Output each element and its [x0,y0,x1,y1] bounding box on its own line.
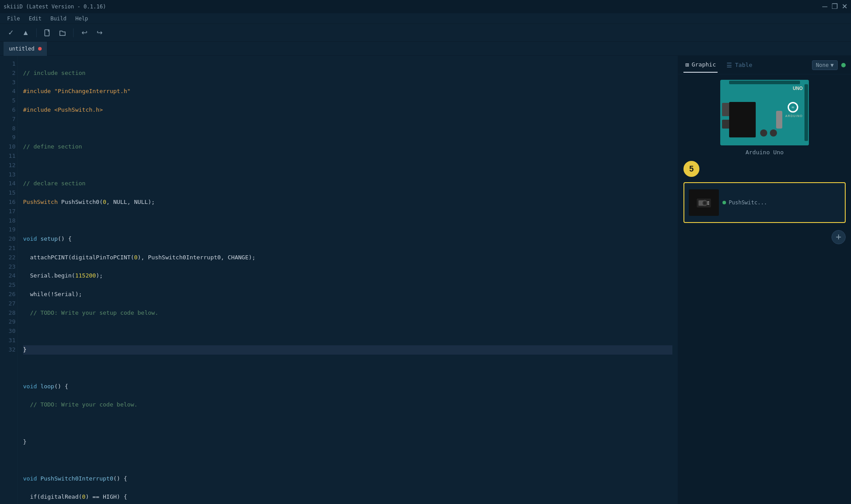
titlebar-controls: ─ ❐ ✕ [822,4,847,10]
arduino-board[interactable]: UNO ∞ ARDUINO [720,80,809,145]
code-content[interactable]: // include section #include "PinChangeIn… [18,56,678,504]
tab-graphic[interactable]: ⊞ Graphic [683,58,718,73]
verify-button[interactable]: ✓ [4,27,17,39]
board-crystal [776,111,782,129]
tab-modified-dot [38,47,42,51]
board-cap-1 [760,129,767,137]
graphic-icon: ⊞ [685,61,689,68]
component-thumbnail[interactable] [689,189,719,216]
svg-point-4 [703,202,706,204]
none-label: None [816,62,829,68]
component-info: PushSwitc... [722,199,767,206]
minimize-button[interactable]: ─ [822,4,828,10]
code-area: 12345 678910 1112131415 1617181920 21222… [0,56,678,504]
none-area: None ▼ [812,60,846,70]
title-bar: skiiiD (Latest Version - 0.1.16) ─ ❐ ✕ [0,0,851,13]
arduino-logo-area: ∞ [788,102,798,113]
right-panel: ⊞ Graphic ☰ Table None ▼ [678,56,851,504]
table-icon: ☰ [726,62,732,69]
graphic-label: Graphic [691,61,716,68]
tab-untitled[interactable]: untitled [4,42,47,56]
new-button[interactable] [41,27,54,39]
board-chip [729,102,756,137]
menu-edit[interactable]: Edit [25,15,45,23]
component-item: PushSwitc... [689,188,840,218]
toolbar-sep-2 [73,28,74,37]
redo-button[interactable]: ↪ [93,27,105,39]
board-label: Arduino Uno [746,149,784,156]
titlebar-left: skiiiD (Latest Version - 0.1.16) [4,4,106,10]
board-cap-2 [770,129,777,137]
maximize-button[interactable]: ❐ [831,4,838,10]
view-tabs: ⊞ Graphic ☰ Table [683,58,754,73]
add-button-area: + [678,227,851,248]
upload-button[interactable]: ▲ [20,27,32,39]
component-name: PushSwitc... [729,199,767,206]
chevron-down-icon: ▼ [831,62,834,68]
component-panel: PushSwitc... [683,182,846,223]
tab-name: untitled [9,46,35,52]
svg-rect-6 [707,203,709,203]
app-title: skiiiD (Latest Version - 0.1.16) [4,4,106,10]
toolbar: ✓ ▲ ↩ ↪ [0,24,851,42]
table-label: Table [735,62,752,68]
menu-file[interactable]: File [4,15,23,23]
tab-table[interactable]: ☰ Table [725,58,754,73]
step-number: 5 [689,164,694,174]
menu-bar: File Edit Build Help [0,13,851,24]
code-editor[interactable]: 12345 678910 1112131415 1617181920 21222… [0,56,678,504]
svg-rect-5 [707,201,709,202]
component-dot [722,201,726,204]
right-panel-header: ⊞ Graphic ☰ Table None ▼ [678,56,851,74]
arduino-logo: ∞ [788,102,798,113]
add-component-button[interactable]: + [831,230,846,244]
arduino-board-area: UNO ∞ ARDUINO Arduino Uno [678,74,851,161]
arduino-text: ARDUINO [785,114,803,117]
component-status: PushSwitc... [722,199,767,206]
uno-label: UNO [793,86,803,91]
undo-button[interactable]: ↩ [78,27,90,39]
editor-right-wrapper: 12345 678910 1112131415 1617181920 21222… [0,56,851,504]
open-button[interactable] [56,27,69,39]
tab-bar: untitled [0,42,851,56]
toolbar-sep-1 [36,28,37,37]
close-button[interactable]: ✕ [841,4,847,10]
step-area: 5 [678,161,851,179]
board-pins-top [729,81,800,84]
step-badge: 5 [683,161,699,177]
menu-help[interactable]: Help [72,15,92,23]
line-numbers: 12345 678910 1112131415 1617181920 21222… [0,56,18,504]
none-dropdown[interactable]: None ▼ [812,60,838,70]
svg-rect-7 [707,204,709,205]
menu-build[interactable]: Build [47,15,70,23]
connection-status-dot [841,63,846,67]
board-pins-right [804,84,808,141]
